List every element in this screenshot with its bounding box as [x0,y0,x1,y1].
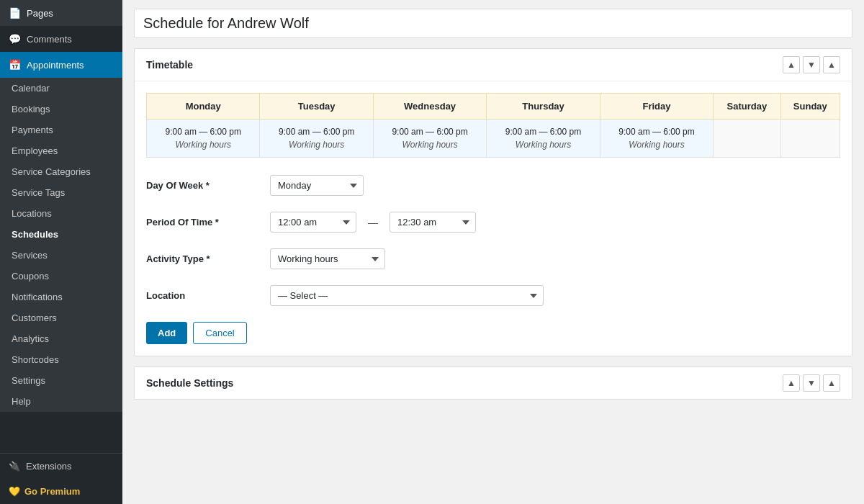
friday-time: 9:00 am — 6:00 pm [606,127,707,137]
timetable-collapse-up[interactable]: ▲ [783,56,800,73]
friday-label: Working hours [629,140,684,150]
day-of-week-select[interactable]: Monday Tuesday Wednesday Thursday Friday… [270,175,364,196]
schedule-settings-title: Schedule Settings [146,377,233,389]
timetable-header-wednesday: Wednesday [373,94,486,120]
sidebar-item-bookings[interactable]: Bookings [0,99,122,120]
schedule-settings-header: Schedule Settings ▲ ▼ ▲ [135,367,852,399]
location-select[interactable]: — Select — [270,285,544,306]
appointments-icon: 📅 [9,59,21,71]
monday-label: Working hours [176,140,231,150]
schedule-settings-up[interactable]: ▲ [783,374,800,392]
sidebar-item-shortcodes[interactable]: Shortcodes [0,349,122,370]
activity-type-select[interactable]: Working hours Break Day Off [270,248,385,269]
tuesday-time: 9:00 am — 6:00 pm [266,127,366,137]
sidebar-item-service-categories[interactable]: Service Categories [0,161,122,182]
timetable-header-friday: Friday [600,94,713,120]
day-of-week-row: Day Of Week * Monday Tuesday Wednesday T… [146,175,840,196]
sidebar-item-coupons[interactable]: Coupons [0,266,122,287]
sidebar-item-locations[interactable]: Locations [0,203,122,224]
timetable-header-monday: Monday [147,94,260,120]
sidebar-item-service-tags[interactable]: Service Tags [0,182,122,203]
page-title-input[interactable] [134,9,852,38]
day-of-week-label: Day Of Week * [146,180,261,191]
thursday-label: Working hours [516,140,571,150]
timetable-panel: Timetable ▲ ▼ ▲ Monday Tuesday Wednesday… [134,48,852,356]
sidebar-item-services[interactable]: Services [0,245,122,266]
go-premium-button[interactable]: 💛 Go Premium [0,479,122,504]
sidebar-bottom: 🔌 Extensions 💛 Go Premium [0,453,122,504]
comments-icon: 💬 [9,33,21,45]
sidebar-item-appointments[interactable]: 📅 Appointments [0,52,122,78]
timetable-header-saturday: Saturday [714,94,780,120]
sidebar-item-customers[interactable]: Customers [0,307,122,328]
sidebar-item-calendar[interactable]: Calendar [0,78,122,99]
timetable-toggle[interactable]: ▲ [823,56,840,73]
schedule-settings-down[interactable]: ▼ [803,374,820,392]
sidebar-item-notifications[interactable]: Notifications [0,287,122,307]
timetable-panel-controls: ▲ ▼ ▲ [783,56,840,73]
schedule-settings-toggle[interactable]: ▲ [823,374,840,392]
timetable-row: 9:00 am — 6:00 pm Working hours 9:00 am … [147,120,840,158]
timetable-panel-header: Timetable ▲ ▼ ▲ [135,49,852,81]
timetable-cell-wednesday: 9:00 am — 6:00 pm Working hours [373,120,486,158]
sidebar-item-employees[interactable]: Employees [0,140,122,161]
schedule-settings-panel: Schedule Settings ▲ ▼ ▲ [134,366,852,400]
main-content: Timetable ▲ ▼ ▲ Monday Tuesday Wednesday… [122,0,864,504]
timetable-cell-tuesday: 9:00 am — 6:00 pm Working hours [260,120,373,158]
schedule-form: Day Of Week * Monday Tuesday Wednesday T… [146,175,840,344]
timetable-body: Monday Tuesday Wednesday Thursday Friday… [135,81,852,356]
timetable-header-thursday: Thursday [487,94,600,120]
period-of-time-row: Period Of Time * 12:00 am 12:30 am 1:00 … [146,212,840,233]
time-start-select[interactable]: 12:00 am 12:30 am 1:00 am 1:30 am [270,212,356,233]
form-buttons: Add Cancel [146,322,840,344]
sidebar-item-payments[interactable]: Payments [0,120,122,140]
appointments-submenu: Calendar Bookings Payments Employees Ser… [0,78,122,412]
wednesday-label: Working hours [402,140,457,150]
tuesday-label: Working hours [289,140,344,150]
timetable-table: Monday Tuesday Wednesday Thursday Friday… [146,93,840,158]
timetable-cell-saturday [714,120,780,158]
schedule-settings-controls: ▲ ▼ ▲ [783,374,840,392]
sidebar-item-analytics[interactable]: Analytics [0,328,122,349]
time-end-select[interactable]: 12:30 am 1:00 am 1:30 am [390,212,476,233]
timetable-collapse-down[interactable]: ▼ [803,56,820,73]
sidebar-item-schedules[interactable]: Schedules [0,224,122,245]
timetable-cell-sunday [780,120,840,158]
timetable-cell-friday: 9:00 am — 6:00 pm Working hours [600,120,713,158]
timetable-cell-thursday: 9:00 am — 6:00 pm Working hours [487,120,600,158]
add-button[interactable]: Add [146,322,187,344]
sidebar-item-settings[interactable]: Settings [0,370,122,391]
time-separator: — [368,217,378,228]
sidebar: 📄 Pages 💬 Comments 📅 Appointments Calend… [0,0,122,504]
sidebar-item-comments[interactable]: 💬 Comments [0,26,122,52]
sidebar-item-pages[interactable]: 📄 Pages [0,0,122,26]
timetable-cell-monday: 9:00 am — 6:00 pm Working hours [147,120,260,158]
location-row: Location — Select — [146,285,840,306]
pages-icon: 📄 [9,7,21,19]
activity-type-row: Activity Type * Working hours Break Day … [146,248,840,269]
timetable-header-tuesday: Tuesday [260,94,373,120]
thursday-time: 9:00 am — 6:00 pm [492,127,593,137]
wednesday-time: 9:00 am — 6:00 pm [379,127,480,137]
extensions-icon: 🔌 [9,461,20,472]
activity-type-label: Activity Type * [146,253,261,264]
sidebar-item-extensions[interactable]: 🔌 Extensions [0,454,122,479]
period-of-time-label: Period Of Time * [146,217,261,228]
timetable-title: Timetable [146,59,193,71]
premium-icon: 💛 [9,486,20,497]
monday-time: 9:00 am — 6:00 pm [153,127,253,137]
timetable-header-sunday: Sunday [780,94,840,120]
sidebar-item-help[interactable]: Help [0,391,122,412]
cancel-button[interactable]: Cancel [193,322,246,344]
location-label: Location [146,290,261,301]
